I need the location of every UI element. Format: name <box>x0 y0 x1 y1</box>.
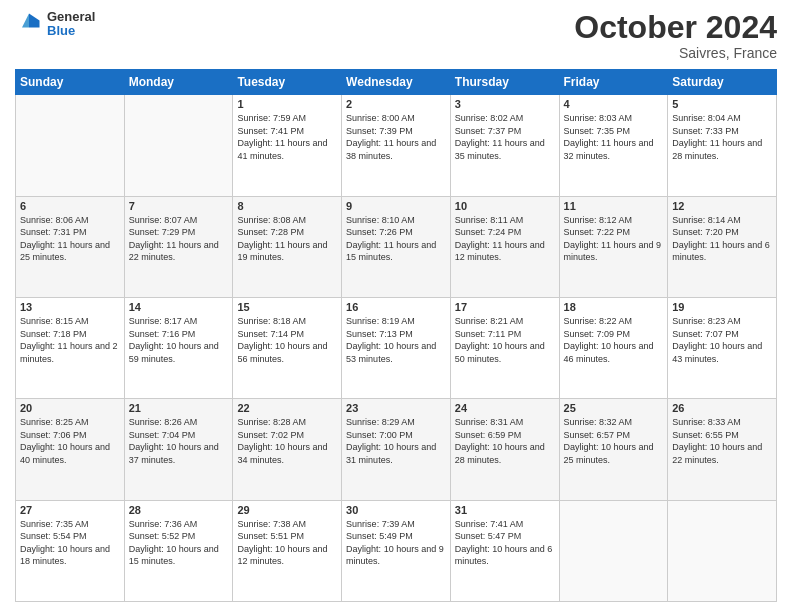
day-number: 6 <box>20 200 120 212</box>
calendar-cell: 13 Sunrise: 8:15 AMSunset: 7:18 PMDaylig… <box>16 297 125 398</box>
day-number: 24 <box>455 402 555 414</box>
calendar-header-row: Sunday Monday Tuesday Wednesday Thursday… <box>16 70 777 95</box>
day-info: Sunrise: 8:33 AMSunset: 6:55 PMDaylight:… <box>672 416 772 466</box>
day-number: 30 <box>346 504 446 516</box>
calendar-week-2: 13 Sunrise: 8:15 AMSunset: 7:18 PMDaylig… <box>16 297 777 398</box>
calendar-cell: 9 Sunrise: 8:10 AMSunset: 7:26 PMDayligh… <box>342 196 451 297</box>
calendar-cell: 31 Sunrise: 7:41 AMSunset: 5:47 PMDaylig… <box>450 500 559 601</box>
header: General Blue October 2024 Saivres, Franc… <box>15 10 777 61</box>
logo: General Blue <box>15 10 95 39</box>
day-info: Sunrise: 8:26 AMSunset: 7:04 PMDaylight:… <box>129 416 229 466</box>
day-number: 16 <box>346 301 446 313</box>
day-number: 17 <box>455 301 555 313</box>
day-number: 11 <box>564 200 664 212</box>
day-info: Sunrise: 8:32 AMSunset: 6:57 PMDaylight:… <box>564 416 664 466</box>
calendar-cell: 27 Sunrise: 7:35 AMSunset: 5:54 PMDaylig… <box>16 500 125 601</box>
calendar-cell: 21 Sunrise: 8:26 AMSunset: 7:04 PMDaylig… <box>124 399 233 500</box>
calendar-cell: 12 Sunrise: 8:14 AMSunset: 7:20 PMDaylig… <box>668 196 777 297</box>
calendar-week-0: 1 Sunrise: 7:59 AMSunset: 7:41 PMDayligh… <box>16 95 777 196</box>
title-block: October 2024 Saivres, France <box>574 10 777 61</box>
day-info: Sunrise: 8:28 AMSunset: 7:02 PMDaylight:… <box>237 416 337 466</box>
calendar-cell: 23 Sunrise: 8:29 AMSunset: 7:00 PMDaylig… <box>342 399 451 500</box>
day-info: Sunrise: 8:22 AMSunset: 7:09 PMDaylight:… <box>564 315 664 365</box>
logo-text: General Blue <box>47 10 95 39</box>
calendar-cell: 8 Sunrise: 8:08 AMSunset: 7:28 PMDayligh… <box>233 196 342 297</box>
day-number: 13 <box>20 301 120 313</box>
day-number: 22 <box>237 402 337 414</box>
day-number: 4 <box>564 98 664 110</box>
day-info: Sunrise: 8:06 AMSunset: 7:31 PMDaylight:… <box>20 214 120 264</box>
calendar-cell: 14 Sunrise: 8:17 AMSunset: 7:16 PMDaylig… <box>124 297 233 398</box>
calendar-table: Sunday Monday Tuesday Wednesday Thursday… <box>15 69 777 602</box>
calendar-cell: 10 Sunrise: 8:11 AMSunset: 7:24 PMDaylig… <box>450 196 559 297</box>
day-number: 3 <box>455 98 555 110</box>
day-number: 20 <box>20 402 120 414</box>
col-tuesday: Tuesday <box>233 70 342 95</box>
day-number: 12 <box>672 200 772 212</box>
day-info: Sunrise: 8:10 AMSunset: 7:26 PMDaylight:… <box>346 214 446 264</box>
day-number: 23 <box>346 402 446 414</box>
logo-general: General <box>47 10 95 24</box>
calendar-cell: 18 Sunrise: 8:22 AMSunset: 7:09 PMDaylig… <box>559 297 668 398</box>
calendar-cell: 28 Sunrise: 7:36 AMSunset: 5:52 PMDaylig… <box>124 500 233 601</box>
day-info: Sunrise: 7:36 AMSunset: 5:52 PMDaylight:… <box>129 518 229 568</box>
calendar-cell: 20 Sunrise: 8:25 AMSunset: 7:06 PMDaylig… <box>16 399 125 500</box>
day-info: Sunrise: 8:12 AMSunset: 7:22 PMDaylight:… <box>564 214 664 264</box>
day-info: Sunrise: 8:04 AMSunset: 7:33 PMDaylight:… <box>672 112 772 162</box>
day-info: Sunrise: 8:02 AMSunset: 7:37 PMDaylight:… <box>455 112 555 162</box>
day-number: 9 <box>346 200 446 212</box>
day-info: Sunrise: 7:41 AMSunset: 5:47 PMDaylight:… <box>455 518 555 568</box>
day-info: Sunrise: 8:18 AMSunset: 7:14 PMDaylight:… <box>237 315 337 365</box>
day-number: 18 <box>564 301 664 313</box>
location: Saivres, France <box>574 45 777 61</box>
col-friday: Friday <box>559 70 668 95</box>
col-monday: Monday <box>124 70 233 95</box>
day-info: Sunrise: 7:38 AMSunset: 5:51 PMDaylight:… <box>237 518 337 568</box>
day-number: 10 <box>455 200 555 212</box>
day-info: Sunrise: 7:59 AMSunset: 7:41 PMDaylight:… <box>237 112 337 162</box>
day-info: Sunrise: 8:25 AMSunset: 7:06 PMDaylight:… <box>20 416 120 466</box>
logo-icon <box>15 10 43 38</box>
day-info: Sunrise: 8:14 AMSunset: 7:20 PMDaylight:… <box>672 214 772 264</box>
day-info: Sunrise: 8:00 AMSunset: 7:39 PMDaylight:… <box>346 112 446 162</box>
day-number: 29 <box>237 504 337 516</box>
calendar-cell: 16 Sunrise: 8:19 AMSunset: 7:13 PMDaylig… <box>342 297 451 398</box>
day-number: 28 <box>129 504 229 516</box>
calendar-cell: 25 Sunrise: 8:32 AMSunset: 6:57 PMDaylig… <box>559 399 668 500</box>
day-info: Sunrise: 8:08 AMSunset: 7:28 PMDaylight:… <box>237 214 337 264</box>
day-info: Sunrise: 8:29 AMSunset: 7:00 PMDaylight:… <box>346 416 446 466</box>
day-info: Sunrise: 7:39 AMSunset: 5:49 PMDaylight:… <box>346 518 446 568</box>
day-info: Sunrise: 8:21 AMSunset: 7:11 PMDaylight:… <box>455 315 555 365</box>
day-number: 19 <box>672 301 772 313</box>
calendar-cell <box>559 500 668 601</box>
day-info: Sunrise: 8:07 AMSunset: 7:29 PMDaylight:… <box>129 214 229 264</box>
calendar-cell: 30 Sunrise: 7:39 AMSunset: 5:49 PMDaylig… <box>342 500 451 601</box>
calendar-cell: 5 Sunrise: 8:04 AMSunset: 7:33 PMDayligh… <box>668 95 777 196</box>
day-number: 5 <box>672 98 772 110</box>
day-number: 25 <box>564 402 664 414</box>
col-thursday: Thursday <box>450 70 559 95</box>
day-info: Sunrise: 8:15 AMSunset: 7:18 PMDaylight:… <box>20 315 120 365</box>
calendar-cell: 7 Sunrise: 8:07 AMSunset: 7:29 PMDayligh… <box>124 196 233 297</box>
day-number: 14 <box>129 301 229 313</box>
col-wednesday: Wednesday <box>342 70 451 95</box>
day-number: 1 <box>237 98 337 110</box>
day-info: Sunrise: 8:19 AMSunset: 7:13 PMDaylight:… <box>346 315 446 365</box>
calendar-cell <box>124 95 233 196</box>
calendar-week-3: 20 Sunrise: 8:25 AMSunset: 7:06 PMDaylig… <box>16 399 777 500</box>
day-info: Sunrise: 8:31 AMSunset: 6:59 PMDaylight:… <box>455 416 555 466</box>
calendar-cell: 1 Sunrise: 7:59 AMSunset: 7:41 PMDayligh… <box>233 95 342 196</box>
calendar-cell: 6 Sunrise: 8:06 AMSunset: 7:31 PMDayligh… <box>16 196 125 297</box>
calendar-cell: 3 Sunrise: 8:02 AMSunset: 7:37 PMDayligh… <box>450 95 559 196</box>
calendar-cell <box>16 95 125 196</box>
day-number: 8 <box>237 200 337 212</box>
month-title: October 2024 <box>574 10 777 45</box>
calendar-cell: 11 Sunrise: 8:12 AMSunset: 7:22 PMDaylig… <box>559 196 668 297</box>
day-number: 31 <box>455 504 555 516</box>
col-sunday: Sunday <box>16 70 125 95</box>
calendar-cell: 4 Sunrise: 8:03 AMSunset: 7:35 PMDayligh… <box>559 95 668 196</box>
page: General Blue October 2024 Saivres, Franc… <box>0 0 792 612</box>
calendar-cell: 24 Sunrise: 8:31 AMSunset: 6:59 PMDaylig… <box>450 399 559 500</box>
calendar-cell: 26 Sunrise: 8:33 AMSunset: 6:55 PMDaylig… <box>668 399 777 500</box>
day-info: Sunrise: 8:03 AMSunset: 7:35 PMDaylight:… <box>564 112 664 162</box>
